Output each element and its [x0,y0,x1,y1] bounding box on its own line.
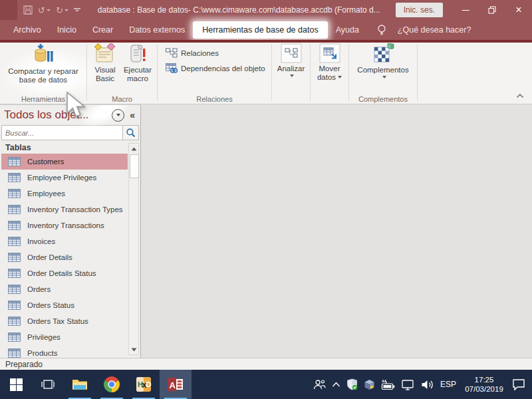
sign-in-button[interactable]: Inic. ses. [396,3,443,17]
ribbon-tabs: Archivo Inicio Crear Datos externos Herr… [0,20,532,40]
access-app-button[interactable]: A [160,370,192,399]
lightbulb-icon [376,24,387,36]
relations-button[interactable]: Relaciones [166,48,219,58]
people-icon[interactable] [313,379,326,390]
table-row[interactable]: Orders [1,281,128,297]
scroll-down-icon[interactable] [129,344,138,354]
relations-icon [166,48,178,58]
tab-inicio[interactable]: Inicio [49,21,84,39]
tab-herramientas-base-datos[interactable]: Herramientas de base de datos [193,21,327,39]
system-tray: ESP 17:25 07/03/2019 [313,370,532,399]
ribbon: Compactar y reparar base de datos Herram… [0,43,532,104]
tell-me-box[interactable]: ¿Qué desea hacer? [390,21,479,39]
run-macro-button[interactable]: Ejecutar macro [120,43,155,83]
task-view-button[interactable] [32,370,64,399]
object-dependencies-icon [166,63,178,73]
collapse-ribbon-icon[interactable] [516,89,524,101]
search-icon[interactable] [122,126,138,140]
window-title: database : Base de datos- C:\www.cimawar… [82,5,396,15]
virtualbox-icon[interactable] [364,379,375,390]
restore-button[interactable] [479,0,505,20]
group-label-herramientas: Herramientas [0,95,86,103]
group-label-macro: Macro [87,95,157,103]
tab-crear[interactable]: Crear [84,21,121,39]
group-label-complementos: Complementos [349,95,417,103]
analyze-icon [281,43,302,63]
dropdown-arrow-icon [382,76,386,78]
volume-icon[interactable] [421,379,434,390]
access-icon: A [168,377,184,392]
shutter-close-icon[interactable]: « [130,110,135,120]
search-input[interactable] [2,126,122,140]
table-row[interactable]: Privileges [1,329,128,345]
compact-repair-icon [32,43,55,66]
clock-time: 17:25 [462,375,506,384]
scroll-up-icon[interactable] [129,144,138,154]
access-window: ↺ ↻ database : Base de datos- C:\www.cim… [0,0,532,399]
svg-text:A: A [169,380,176,390]
nav-search [1,125,139,140]
move-data-icon [319,43,340,63]
table-row[interactable]: Products [1,345,128,358]
table-row[interactable]: Employee Privileges [1,170,128,186]
table-row[interactable]: Orders Tax Status [1,313,128,329]
group-label-relaciones: Relaciones [158,95,271,103]
windows-logo-icon [10,378,23,391]
hxd-app-button[interactable]: H x D [128,370,160,399]
move-data-button[interactable]: Mover datos [313,43,346,82]
redo-icon[interactable]: ↻ [54,4,70,17]
undo-icon[interactable]: ↺ [36,4,53,17]
status-text: Preparado [0,360,43,369]
ribbon-group-relaciones: Relaciones Dependencias del objeto Relac… [158,43,271,104]
svg-text:D: D [146,380,152,388]
scrollbar-thumb[interactable] [130,154,139,178]
nav-pane-title: Todos los objet... [0,108,112,122]
object-dependencies-button[interactable]: Dependencias del objeto [166,63,265,73]
table-row[interactable]: Employees [1,186,128,201]
file-explorer-button[interactable] [64,370,96,399]
nav-section-tablas[interactable]: Tablas [0,140,140,154]
navigation-pane: Todos los objet... « Tablas Customers Em… [0,104,141,358]
close-button[interactable]: × [505,0,532,20]
save-icon[interactable] [21,4,35,16]
start-button[interactable] [0,370,32,399]
minimize-button[interactable] [452,0,479,20]
compact-repair-button[interactable]: Compactar y reparar base de datos [4,43,82,84]
tab-datos-externos[interactable]: Datos externos [121,21,193,39]
table-row[interactable]: Orders Status [1,297,128,313]
chrome-button[interactable] [96,370,128,399]
table-row[interactable]: Inventory Transactions [1,217,128,233]
table-row[interactable]: Order Details [1,249,128,265]
visual-basic-button[interactable]: Visual Basic [90,43,120,83]
analyze-button[interactable]: Analizar [275,43,307,77]
defender-shield-icon[interactable] [346,378,358,390]
nav-menu-dropdown-icon[interactable] [112,109,124,122]
table-row-customers[interactable]: Customers [1,154,128,170]
action-center-icon[interactable] [512,378,525,391]
dropdown-arrow-icon [290,74,294,77]
clock[interactable]: 17:25 07/03/2019 [462,375,506,394]
titlebar: ↺ ↻ database : Base de datos- C:\www.cim… [0,0,532,20]
app-icon[interactable] [0,0,17,20]
dropdown-arrow-icon [338,76,342,78]
taskbar: H x D A [0,370,532,399]
table-row[interactable]: Inventory Transaction Types [1,201,128,217]
tab-ayuda[interactable]: Ayuda [328,21,367,39]
ribbon-group-herramientas: Compactar y reparar base de datos Herram… [0,43,86,104]
ribbon-group-complementos: Complementos Complementos [349,43,417,104]
tab-archivo[interactable]: Archivo [5,21,49,39]
network-display-icon[interactable] [401,379,415,390]
battery-icon[interactable] [381,379,395,390]
customize-qat-icon[interactable] [72,7,82,13]
chrome-icon [104,376,120,392]
table-row[interactable]: Invoices [1,233,128,249]
table-row[interactable]: Order Details Status [1,265,128,281]
nav-pane-header: Todos los objet... « [0,105,140,125]
language-indicator[interactable]: ESP [440,380,456,389]
nav-scrollbar[interactable] [128,143,139,355]
addins-button[interactable]: Complementos [353,43,413,78]
status-bar: Preparado [0,358,532,370]
nav-table-list: Customers Employee Privileges Employees … [0,154,128,358]
show-hidden-icons-chevron[interactable] [332,382,340,387]
addins-icon [372,43,394,65]
